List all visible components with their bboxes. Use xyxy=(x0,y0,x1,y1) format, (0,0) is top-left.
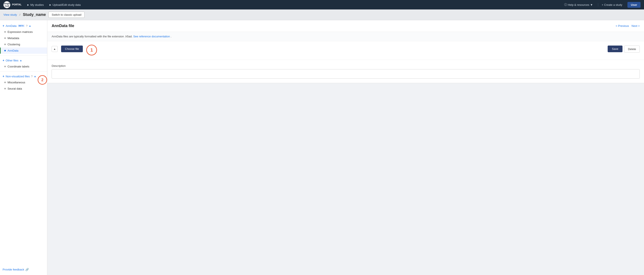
dot-icon xyxy=(4,88,6,89)
pagination-nav: < Previous Next > xyxy=(616,24,640,27)
dot-icon xyxy=(4,82,6,83)
sidebar-anndata-label: AnnData xyxy=(6,24,16,27)
portal-label: PORTAL xyxy=(12,3,22,6)
delete-button[interactable]: Delete xyxy=(624,45,640,53)
sidebar-item-metadata[interactable]: Metadata xyxy=(0,35,47,41)
content-area: AnnData file < Previous Next > AnnData f… xyxy=(47,20,644,275)
help-icon: ⓘ xyxy=(564,3,567,7)
upload-section: ▲ Choose file 1 Save Delete xyxy=(47,41,644,60)
breadcrumb-bar: View study / Study_name Switch to classi… xyxy=(0,9,644,20)
plus-icon: + xyxy=(2,74,4,78)
plus-icon: + xyxy=(2,24,4,27)
view-study-link[interactable]: View study xyxy=(4,13,17,16)
study-name-title: Study_name xyxy=(23,12,46,17)
question-icon[interactable]: ? xyxy=(31,75,32,78)
breadcrumb-separator: / xyxy=(20,13,20,16)
sidebar-seurat-label: Seurat data xyxy=(8,87,22,90)
sidebar-expression-label: Expression matrices xyxy=(8,30,33,33)
provide-feedback-link[interactable]: Provide feedback 🔗 xyxy=(0,265,47,274)
chevron-up-icon: ▲ xyxy=(34,75,36,78)
question-icon[interactable]: ? xyxy=(26,24,28,27)
user-label: User xyxy=(631,3,637,6)
plus-icon: + xyxy=(2,59,4,62)
sidebar-miscellaneous-label: Miscellaneous xyxy=(8,81,25,84)
sidebar-item-clustering[interactable]: Clustering xyxy=(0,41,47,47)
logo-icon: SingleCell xyxy=(4,1,10,8)
upload-edit-link[interactable]: ► Upload/Edit study data xyxy=(49,3,81,6)
sidebar-item-seurat-data[interactable]: Seurat data xyxy=(0,85,47,92)
sidebar-anndata-item-label: AnnData xyxy=(8,49,18,52)
next-link[interactable]: Next > xyxy=(632,24,640,27)
upload-actions: Save Delete xyxy=(608,45,640,53)
help-resources-link[interactable]: ⓘ Help & resources ▼ xyxy=(564,3,593,7)
link-icon: 🔗 xyxy=(26,268,29,271)
sidebar-coordinate-label: Coordinate labels xyxy=(8,65,29,68)
choose-file-button[interactable]: Choose file xyxy=(61,45,83,52)
chevron-up-icon: ▲ xyxy=(20,59,22,62)
view-study-label: View study xyxy=(4,13,17,16)
save-button[interactable]: Save xyxy=(608,45,623,52)
user-button[interactable]: User xyxy=(628,2,640,8)
create-study-label: + Create a study xyxy=(602,3,622,6)
upload-edit-label: Upload/Edit study data xyxy=(52,3,81,6)
dot-icon xyxy=(4,31,6,33)
dot-icon xyxy=(4,50,6,51)
collapse-button[interactable]: ▲ xyxy=(52,46,58,52)
sidebar-other-files-label: Other files xyxy=(6,59,18,62)
step2-badge: 2 xyxy=(38,75,47,85)
description-section: Description xyxy=(47,60,644,83)
sidebar-item-expression-matrices[interactable]: Expression matrices xyxy=(0,29,47,35)
see-reference-link[interactable]: See reference documentation xyxy=(133,35,170,38)
previous-link[interactable]: < Previous xyxy=(616,24,629,27)
anndata-file-card: AnnData file < Previous Next > AnnData f… xyxy=(47,20,644,83)
sidebar-anndata-group[interactable]: + AnnData BETA ? ▲ xyxy=(0,23,47,29)
description-text: AnnData files are typically formatted wi… xyxy=(52,35,132,38)
description-label: Description xyxy=(52,64,640,67)
description-input[interactable] xyxy=(52,69,640,79)
sidebar-item-anndata[interactable]: AnnData xyxy=(0,47,47,54)
card-description: AnnData files are typically formatted wi… xyxy=(47,32,644,41)
sidebar-clustering-label: Clustering xyxy=(8,43,20,46)
step1-badge: 1 xyxy=(86,45,97,55)
chevron-up-icon: ▲ xyxy=(29,24,31,27)
sidebar: + AnnData BETA ? ▲ Expression matrices M… xyxy=(0,20,47,275)
dot-icon xyxy=(4,66,6,67)
beta-badge: BETA xyxy=(18,24,25,27)
my-studies-link[interactable]: ► My studies xyxy=(27,3,44,6)
provide-feedback-label: Provide feedback xyxy=(2,268,24,271)
dot-icon xyxy=(4,44,6,45)
classic-upload-button[interactable]: Switch to classic upload xyxy=(48,11,84,18)
divider xyxy=(0,55,47,56)
sidebar-other-files-group[interactable]: + Other files ▲ xyxy=(0,57,47,63)
card-header: AnnData file < Previous Next > xyxy=(47,20,644,32)
sidebar-item-coordinate-labels[interactable]: Coordinate labels xyxy=(0,63,47,70)
help-resources-label: Help & resources xyxy=(568,3,589,6)
main-layout: + AnnData BETA ? ▲ Expression matrices M… xyxy=(0,20,644,275)
top-navigation: SingleCell PORTAL ► My studies ► Upload/… xyxy=(0,0,644,9)
logo[interactable]: SingleCell PORTAL xyxy=(4,1,22,8)
sidebar-metadata-label: Metadata xyxy=(8,36,19,40)
create-study-link[interactable]: + Create a study xyxy=(598,3,622,6)
chevron-down-icon: ▼ xyxy=(590,3,593,6)
dot-icon xyxy=(4,37,6,39)
my-studies-label: My studies xyxy=(30,3,44,6)
card-title: AnnData file xyxy=(52,24,74,28)
active-indicator xyxy=(0,47,1,54)
sidebar-non-visualized-label: Non-visualized files xyxy=(6,75,30,78)
